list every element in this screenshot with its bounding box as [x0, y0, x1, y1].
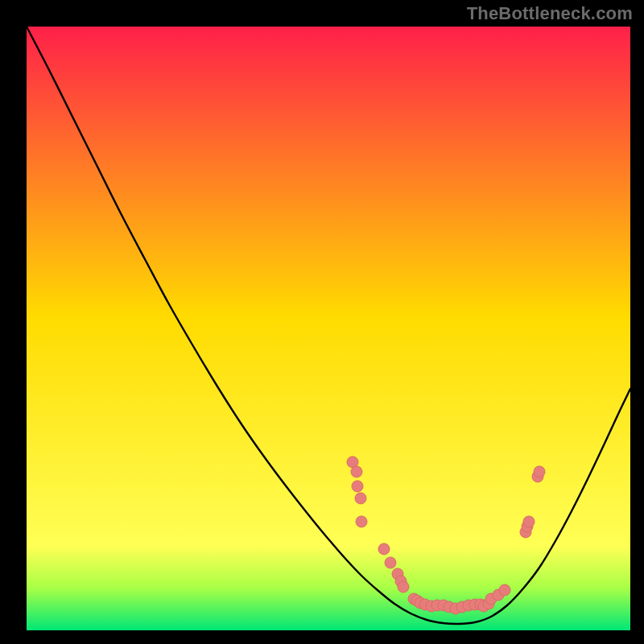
chart-marker — [351, 466, 362, 477]
chart-container: TheBottleneck.com — [0, 0, 644, 644]
chart-marker — [523, 516, 535, 527]
chart-marker — [398, 581, 409, 592]
chart-marker — [499, 584, 510, 596]
chart-marker — [352, 481, 363, 492]
chart-marker — [534, 466, 545, 477]
chart-marker — [356, 516, 367, 527]
watermark-text: TheBottleneck.com — [467, 3, 633, 24]
chart-marker — [355, 493, 366, 504]
chart-marker — [385, 557, 396, 568]
bottleneck-curve-chart — [0, 0, 644, 644]
chart-marker — [378, 543, 390, 555]
